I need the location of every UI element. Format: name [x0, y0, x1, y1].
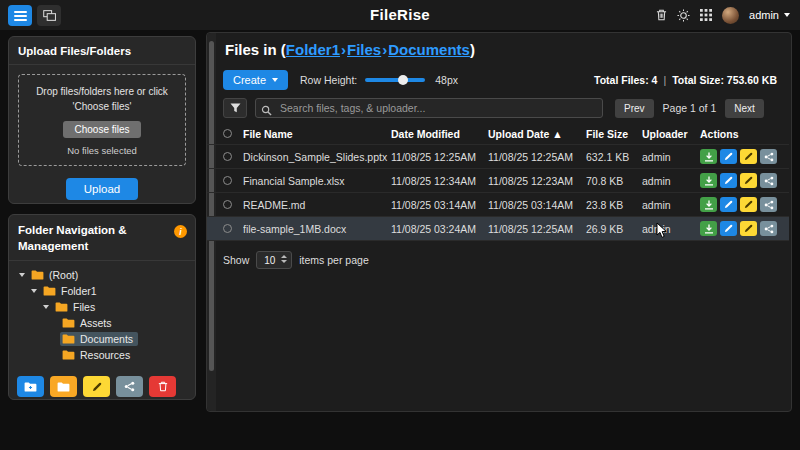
- slider-thumb[interactable]: [398, 75, 408, 85]
- table-row: README.md 11/08/25 03:14AM 11/08/25 03:1…: [207, 193, 789, 217]
- info-icon[interactable]: i: [174, 225, 187, 238]
- file-name[interactable]: README.md: [243, 199, 391, 211]
- header-date-modified[interactable]: Date Modified: [391, 128, 488, 140]
- share-button[interactable]: [760, 197, 777, 212]
- slider-track: [365, 78, 425, 82]
- edit-icon: [724, 200, 733, 209]
- tree-item-resources[interactable]: Resources: [15, 347, 189, 363]
- select-all-checkbox[interactable]: [223, 129, 232, 138]
- folder-icon: [62, 350, 75, 360]
- header-upload-date[interactable]: Upload Date ▲: [488, 128, 586, 140]
- totals-divider: |: [663, 74, 666, 86]
- row-height-label: Row Height:: [300, 74, 357, 86]
- create-folder-button[interactable]: [17, 376, 44, 397]
- share-folder-button[interactable]: [116, 376, 143, 397]
- edit-button[interactable]: [720, 221, 737, 236]
- folder-actions: [17, 376, 195, 397]
- tree-item-label: Documents: [80, 333, 133, 345]
- row-checkbox[interactable]: [223, 200, 232, 209]
- download-button[interactable]: [700, 173, 717, 188]
- prev-page-button[interactable]: Prev: [615, 99, 654, 118]
- menu-button[interactable]: [8, 5, 32, 26]
- uploader: admin: [642, 175, 700, 187]
- tree-item-label: Files: [73, 301, 95, 313]
- tag-edit-button[interactable]: [740, 173, 757, 188]
- avatar: [722, 7, 739, 24]
- heading-suffix: ): [470, 41, 475, 58]
- tree-item-assets[interactable]: Assets: [15, 315, 189, 331]
- tree-item-folder1[interactable]: Folder1: [15, 283, 189, 299]
- row-checkbox[interactable]: [223, 176, 232, 185]
- breadcrumb-separator: ›: [341, 41, 346, 58]
- tree-item-label: Assets: [80, 317, 112, 329]
- rename-folder-button[interactable]: [83, 376, 110, 397]
- create-button[interactable]: Create: [223, 70, 288, 90]
- edit-button[interactable]: [720, 173, 737, 188]
- tag-edit-button[interactable]: [740, 221, 757, 236]
- row-height-slider[interactable]: [365, 75, 425, 85]
- trash-button[interactable]: [656, 9, 667, 21]
- row-actions: [700, 197, 777, 212]
- spinner-arrows-icon: [281, 255, 287, 263]
- search-box: [255, 98, 603, 118]
- user-menu[interactable]: admin: [749, 9, 790, 21]
- breadcrumb-folder1[interactable]: Folder1: [286, 41, 340, 58]
- search-row: Prev Page 1 of 1 Next: [223, 97, 777, 119]
- upload-button[interactable]: Upload: [66, 178, 138, 200]
- breadcrumb-files[interactable]: Files: [347, 41, 381, 58]
- edit-icon: [724, 224, 733, 233]
- tree-item-root[interactable]: (Root): [15, 267, 189, 283]
- download-button[interactable]: [700, 197, 717, 212]
- upload-date: 11/08/25 12:25AM: [488, 223, 586, 235]
- share-button[interactable]: [760, 221, 777, 236]
- share-button[interactable]: [760, 173, 777, 188]
- row-checkbox[interactable]: [223, 224, 232, 233]
- row-actions: [700, 173, 777, 188]
- header-file-size[interactable]: File Size: [586, 128, 642, 140]
- file-size: 632.1 KB: [586, 151, 642, 163]
- move-folder-button[interactable]: [50, 376, 77, 397]
- tag-edit-button[interactable]: [740, 197, 757, 212]
- date-modified: 11/08/25 03:24AM: [391, 223, 488, 235]
- edit-button[interactable]: [720, 197, 737, 212]
- download-button[interactable]: [700, 221, 717, 236]
- app-title: FileRise: [370, 6, 430, 23]
- tree-item-files[interactable]: Files: [15, 299, 189, 315]
- filter-button[interactable]: [223, 98, 247, 118]
- row-checkbox[interactable]: [223, 152, 232, 161]
- apps-grid-button[interactable]: [700, 9, 712, 21]
- tag-edit-button[interactable]: [740, 149, 757, 164]
- tree-item-documents[interactable]: Documents: [15, 331, 189, 347]
- share-icon: [764, 224, 774, 234]
- items-per-page-select[interactable]: 10: [256, 251, 292, 269]
- topbar-actions: admin: [656, 0, 790, 30]
- folder-icon: [62, 334, 75, 344]
- layout-toggle-button[interactable]: [37, 5, 61, 26]
- header-file-name[interactable]: File Name: [243, 128, 391, 140]
- file-name[interactable]: file-sample_1MB.docx: [243, 223, 391, 235]
- edit-button[interactable]: [720, 149, 737, 164]
- header-uploader[interactable]: Uploader: [642, 128, 700, 140]
- theme-toggle-button[interactable]: [677, 9, 690, 22]
- search-input[interactable]: [255, 98, 603, 118]
- username: admin: [749, 9, 779, 21]
- share-button[interactable]: [760, 149, 777, 164]
- share-icon: [764, 200, 774, 210]
- table-row: Financial Sample.xlsx 11/08/25 12:34AM 1…: [207, 169, 789, 193]
- folder-icon: [31, 270, 44, 280]
- uploader: admin: [642, 199, 700, 211]
- download-button[interactable]: [700, 149, 717, 164]
- file-name[interactable]: Financial Sample.xlsx: [243, 175, 391, 187]
- tree-item-label: Folder1: [61, 285, 97, 297]
- caret-down-icon: [784, 13, 790, 17]
- next-page-button[interactable]: Next: [725, 99, 764, 118]
- choose-files-button[interactable]: Choose files: [63, 121, 140, 138]
- file-list-panel: Files in (Folder1›Files›Documents) Creat…: [206, 32, 792, 412]
- hamburger-menu-icon: [14, 11, 27, 21]
- delete-folder-button[interactable]: [149, 376, 176, 397]
- file-name[interactable]: Dickinson_Sample_Slides.pptx: [243, 151, 391, 163]
- date-modified: 11/08/25 12:25AM: [391, 151, 488, 163]
- create-button-label: Create: [233, 74, 266, 86]
- dropzone[interactable]: Drop files/folders here or click 'Choose…: [18, 74, 186, 166]
- breadcrumb-documents[interactable]: Documents: [388, 41, 470, 58]
